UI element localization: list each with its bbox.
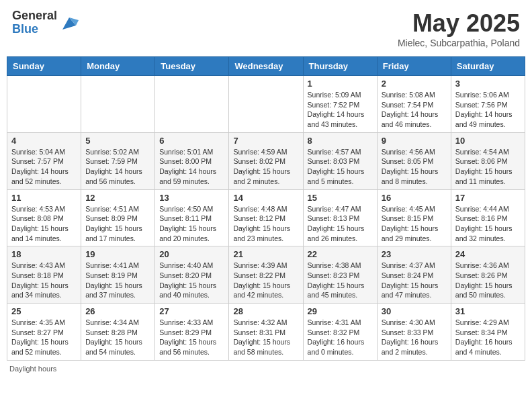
- calendar-cell: 7Sunrise: 4:59 AMSunset: 8:02 PMDaylight…: [229, 132, 303, 189]
- day-number: 4: [11, 136, 77, 146]
- day-info: Sunrise: 4:32 AMSunset: 8:31 PMDaylight:…: [233, 318, 298, 357]
- calendar-cell: 31Sunrise: 4:29 AMSunset: 8:34 PMDayligh…: [451, 304, 525, 361]
- day-number: 15: [308, 193, 373, 203]
- header: General Blue May 2025 Mielec, Subcarpath…: [7, 7, 525, 51]
- day-number: 31: [455, 306, 521, 316]
- day-info: Sunrise: 5:04 AMSunset: 7:57 PMDaylight:…: [11, 147, 77, 187]
- day-number: 14: [233, 193, 298, 203]
- calendar-cell: 15Sunrise: 4:47 AMSunset: 8:13 PMDayligh…: [303, 189, 377, 246]
- day-info: Sunrise: 4:54 AMSunset: 8:06 PMDaylight:…: [455, 147, 521, 187]
- calendar: SundayMondayTuesdayWednesdayThursdayFrid…: [7, 56, 525, 361]
- day-info: Sunrise: 4:35 AMSunset: 8:27 PMDaylight:…: [11, 318, 77, 357]
- location: Mielec, Subcarpathia, Poland: [398, 38, 520, 48]
- day-number: 3: [455, 79, 521, 89]
- calendar-cell: 2Sunrise: 5:08 AMSunset: 7:54 PMDaylight…: [377, 76, 451, 133]
- calendar-header-tuesday: Tuesday: [155, 57, 229, 76]
- calendar-cell: 10Sunrise: 4:54 AMSunset: 8:06 PMDayligh…: [451, 132, 525, 189]
- day-number: 18: [11, 249, 77, 259]
- day-info: Sunrise: 4:45 AMSunset: 8:15 PMDaylight:…: [382, 204, 447, 244]
- calendar-cell: 20Sunrise: 4:40 AMSunset: 8:20 PMDayligh…: [155, 246, 229, 304]
- calendar-cell: 11Sunrise: 4:53 AMSunset: 8:08 PMDayligh…: [7, 189, 81, 246]
- calendar-cell: 8Sunrise: 4:57 AMSunset: 8:03 PMDaylight…: [303, 132, 377, 189]
- calendar-cell: 9Sunrise: 4:56 AMSunset: 8:05 PMDaylight…: [377, 132, 451, 189]
- day-info: Sunrise: 5:01 AMSunset: 8:00 PMDaylight:…: [159, 147, 224, 187]
- calendar-header-monday: Monday: [81, 57, 155, 76]
- day-number: 13: [159, 193, 224, 203]
- day-number: 9: [382, 136, 447, 146]
- daylight-hours-label: Daylight hours: [9, 365, 56, 373]
- day-number: 5: [85, 136, 150, 146]
- day-info: Sunrise: 4:56 AMSunset: 8:05 PMDaylight:…: [382, 147, 447, 187]
- calendar-header-row: SundayMondayTuesdayWednesdayThursdayFrid…: [7, 57, 525, 76]
- day-info: Sunrise: 4:31 AMSunset: 8:32 PMDaylight:…: [308, 318, 373, 357]
- calendar-cell: 30Sunrise: 4:30 AMSunset: 8:33 PMDayligh…: [377, 304, 451, 361]
- day-info: Sunrise: 4:43 AMSunset: 8:18 PMDaylight:…: [11, 261, 77, 300]
- calendar-week-1: 4Sunrise: 5:04 AMSunset: 7:57 PMDaylight…: [7, 132, 525, 189]
- day-number: 17: [455, 193, 521, 203]
- day-number: 23: [382, 249, 447, 259]
- calendar-cell: 17Sunrise: 4:44 AMSunset: 8:16 PMDayligh…: [451, 189, 525, 246]
- day-info: Sunrise: 4:40 AMSunset: 8:20 PMDaylight:…: [159, 261, 224, 300]
- day-number: 30: [382, 306, 447, 316]
- calendar-header-friday: Friday: [377, 57, 451, 76]
- calendar-cell: 25Sunrise: 4:35 AMSunset: 8:27 PMDayligh…: [7, 304, 81, 361]
- calendar-cell: [81, 76, 155, 133]
- calendar-cell: [7, 76, 81, 133]
- day-info: Sunrise: 4:37 AMSunset: 8:24 PMDaylight:…: [382, 261, 447, 300]
- day-number: 26: [85, 306, 150, 316]
- day-info: Sunrise: 4:51 AMSunset: 8:09 PMDaylight:…: [85, 204, 150, 244]
- day-info: Sunrise: 4:38 AMSunset: 8:23 PMDaylight:…: [308, 261, 373, 300]
- day-number: 11: [11, 193, 77, 203]
- calendar-header-saturday: Saturday: [451, 57, 525, 76]
- day-info: Sunrise: 5:09 AMSunset: 7:52 PMDaylight:…: [308, 90, 373, 130]
- day-info: Sunrise: 4:34 AMSunset: 8:28 PMDaylight:…: [85, 318, 150, 357]
- day-info: Sunrise: 4:29 AMSunset: 8:34 PMDaylight:…: [455, 318, 521, 357]
- day-number: 2: [382, 79, 447, 89]
- day-info: Sunrise: 4:59 AMSunset: 8:02 PMDaylight:…: [233, 147, 298, 187]
- calendar-header-wednesday: Wednesday: [229, 57, 303, 76]
- calendar-cell: [229, 76, 303, 133]
- logo-text: General Blue: [12, 9, 57, 36]
- day-info: Sunrise: 4:30 AMSunset: 8:33 PMDaylight:…: [382, 318, 447, 357]
- day-info: Sunrise: 4:57 AMSunset: 8:03 PMDaylight:…: [308, 147, 373, 187]
- calendar-cell: 28Sunrise: 4:32 AMSunset: 8:31 PMDayligh…: [229, 304, 303, 361]
- day-number: 1: [308, 79, 373, 89]
- day-number: 22: [308, 249, 373, 259]
- calendar-cell: 12Sunrise: 4:51 AMSunset: 8:09 PMDayligh…: [81, 189, 155, 246]
- calendar-cell: [155, 76, 229, 133]
- day-number: 12: [85, 193, 150, 203]
- calendar-header-sunday: Sunday: [7, 57, 81, 76]
- calendar-cell: 19Sunrise: 4:41 AMSunset: 8:19 PMDayligh…: [81, 246, 155, 304]
- month-title: May 2025: [398, 9, 520, 38]
- day-info: Sunrise: 4:36 AMSunset: 8:26 PMDaylight:…: [455, 261, 521, 300]
- day-number: 21: [233, 249, 298, 259]
- calendar-cell: 23Sunrise: 4:37 AMSunset: 8:24 PMDayligh…: [377, 246, 451, 304]
- day-number: 10: [455, 136, 521, 146]
- day-number: 7: [233, 136, 298, 146]
- day-info: Sunrise: 4:39 AMSunset: 8:22 PMDaylight:…: [233, 261, 298, 300]
- logo-blue: Blue: [12, 23, 57, 36]
- day-info: Sunrise: 5:02 AMSunset: 7:59 PMDaylight:…: [85, 147, 150, 187]
- calendar-cell: 29Sunrise: 4:31 AMSunset: 8:32 PMDayligh…: [303, 304, 377, 361]
- logo-icon: [60, 13, 79, 32]
- calendar-cell: 24Sunrise: 4:36 AMSunset: 8:26 PMDayligh…: [451, 246, 525, 304]
- day-info: Sunrise: 4:47 AMSunset: 8:13 PMDaylight:…: [308, 204, 373, 244]
- calendar-header-thursday: Thursday: [303, 57, 377, 76]
- calendar-cell: 13Sunrise: 4:50 AMSunset: 8:11 PMDayligh…: [155, 189, 229, 246]
- calendar-cell: 5Sunrise: 5:02 AMSunset: 7:59 PMDaylight…: [81, 132, 155, 189]
- day-info: Sunrise: 4:44 AMSunset: 8:16 PMDaylight:…: [455, 204, 521, 244]
- day-info: Sunrise: 4:33 AMSunset: 8:29 PMDaylight:…: [159, 318, 224, 357]
- day-info: Sunrise: 5:06 AMSunset: 7:56 PMDaylight:…: [455, 90, 521, 130]
- day-info: Sunrise: 4:53 AMSunset: 8:08 PMDaylight:…: [11, 204, 77, 244]
- calendar-cell: 26Sunrise: 4:34 AMSunset: 8:28 PMDayligh…: [81, 304, 155, 361]
- day-number: 29: [308, 306, 373, 316]
- calendar-cell: 21Sunrise: 4:39 AMSunset: 8:22 PMDayligh…: [229, 246, 303, 304]
- day-number: 16: [382, 193, 447, 203]
- day-number: 8: [308, 136, 373, 146]
- calendar-week-0: 1Sunrise: 5:09 AMSunset: 7:52 PMDaylight…: [7, 76, 525, 133]
- day-number: 27: [159, 306, 224, 316]
- day-info: Sunrise: 4:50 AMSunset: 8:11 PMDaylight:…: [159, 204, 224, 244]
- day-number: 24: [455, 249, 521, 259]
- calendar-week-2: 11Sunrise: 4:53 AMSunset: 8:08 PMDayligh…: [7, 189, 525, 246]
- day-info: Sunrise: 4:41 AMSunset: 8:19 PMDaylight:…: [85, 261, 150, 300]
